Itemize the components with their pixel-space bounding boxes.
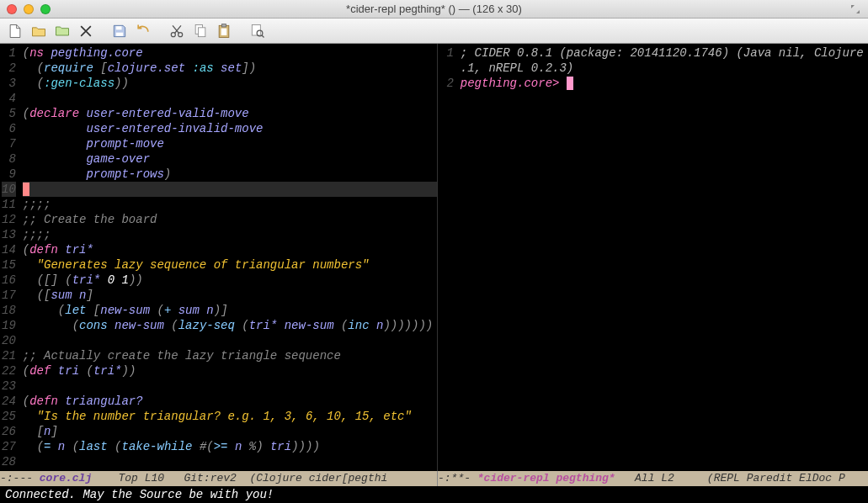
line-number-gutter: 1 2 3 4 5 6 7 8 910111213141516171819202…	[0, 44, 19, 471]
modeline-left[interactable]: -:--- core.clj Top L10 Git:rev2 (Clojure…	[0, 471, 438, 486]
svg-rect-5	[199, 27, 205, 36]
buffer-name: core.clj	[40, 472, 92, 484]
search-icon[interactable]	[248, 21, 268, 41]
close-buffer-icon[interactable]	[76, 21, 96, 41]
window-title: *cider-repl pegthing* () — (126 x 30)	[346, 3, 522, 15]
left-pane[interactable]: 1 2 3 4 5 6 7 8 910111213141516171819202…	[0, 44, 438, 471]
svg-rect-0	[116, 26, 122, 29]
svg-rect-1	[116, 32, 123, 35]
paste-icon[interactable]	[214, 21, 234, 41]
editor-area: 1 2 3 4 5 6 7 8 910111213141516171819202…	[0, 44, 868, 471]
buffer-name: *cider-repl pegthing*	[477, 472, 615, 484]
zoom-window-button[interactable]	[40, 4, 51, 14]
fullscreen-icon[interactable]	[849, 3, 861, 15]
modeline-right[interactable]: -:**- *cider-repl pegthing* All L2 (REPL…	[438, 471, 868, 486]
copy-icon[interactable]	[190, 21, 210, 41]
window-titlebar: *cider-repl pegthing* () — (126 x 30)	[0, 0, 868, 19]
dired-icon[interactable]	[52, 21, 72, 41]
right-pane[interactable]: 1 2 ; CIDER 0.8.1 (package: 20141120.174…	[438, 44, 868, 471]
undo-icon[interactable]	[133, 21, 153, 41]
source-code-buffer[interactable]: (ns pegthing.core (require [clojure.set …	[19, 44, 437, 471]
minimize-window-button[interactable]	[24, 4, 34, 14]
svg-rect-8	[221, 28, 227, 34]
minibuffer[interactable]: Connected. May the Source be with you!	[0, 486, 868, 503]
cut-icon[interactable]	[167, 21, 187, 41]
toolbar	[0, 19, 868, 44]
minibuffer-message: Connected. May the Source be with you!	[5, 488, 274, 501]
svg-rect-7	[222, 24, 226, 26]
line-number-gutter: 1 2	[438, 44, 457, 471]
close-window-button[interactable]	[7, 4, 17, 14]
open-file-icon[interactable]	[29, 21, 49, 41]
save-icon[interactable]	[109, 21, 130, 41]
modeline: -:--- core.clj Top L10 Git:rev2 (Clojure…	[0, 471, 868, 486]
traffic-lights	[7, 4, 51, 14]
repl-buffer[interactable]: ; CIDER 0.8.1 (package: 20141120.1746) (…	[457, 44, 868, 471]
new-file-icon[interactable]	[5, 21, 25, 41]
